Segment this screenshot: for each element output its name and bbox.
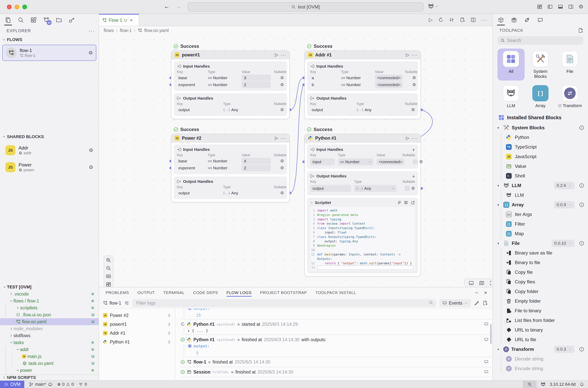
npm-scripts-header[interactable]: NPM SCRIPTS (0, 375, 99, 380)
tree-item-flows-flow-1[interactable]: flows / flow-1 (0, 297, 99, 304)
panel-tab-terminal[interactable]: TERMINAL (163, 288, 185, 298)
log-node-python-1[interactable]: Python #12 (99, 338, 175, 346)
explorer-more-icon[interactable]: ··· (89, 28, 95, 34)
node-addr-1[interactable]: JSAddr #1▷···Input HandlesKeyTypeValueNu… (304, 50, 421, 119)
search-activity-icon[interactable] (16, 15, 26, 25)
tree-item-power[interactable]: power (0, 367, 99, 374)
ports-item[interactable]: 0 (78, 382, 87, 387)
block-item-list-files-from-folder[interactable]: List files from folder (493, 315, 588, 325)
log-level-icon[interactable] (124, 301, 129, 306)
layout-customize-icon[interactable] (537, 4, 542, 9)
key-cell[interactable]: output (310, 185, 351, 192)
info-icon[interactable] (579, 202, 584, 207)
mascot-icon[interactable] (428, 3, 434, 10)
breadcrumb-flow-1[interactable]: flow-1 (120, 28, 132, 33)
block-item-map[interactable]: [ ]Map (493, 229, 588, 239)
flow-item-gear-icon[interactable]: ⚙ (88, 50, 93, 56)
node-more-icon[interactable]: ··· (281, 135, 286, 141)
forward-button[interactable]: → (176, 3, 181, 10)
export-logs-icon[interactable] (482, 300, 488, 306)
log-node-power-1[interactable]: JSpower#12 (99, 320, 175, 329)
comment-icon[interactable] (484, 360, 489, 364)
block-item-url-to-file[interactable]: URL to file (493, 335, 588, 344)
input-row-base[interactable]: base123Number3⚙ (177, 74, 284, 81)
toggle-panel-icon[interactable] (468, 280, 474, 286)
input-row-exponent[interactable]: exponent123Number2⚙ (177, 81, 284, 88)
log-event-python-1[interactable]: Python #1+python#1»finished at2025/6/3 1… (180, 336, 492, 343)
log-flow-selector[interactable]: flow-1 (103, 301, 121, 306)
minimize-window-button[interactable] (15, 5, 19, 9)
output-row-output[interactable]: output{..}Any⚙ (177, 106, 284, 113)
node-header[interactable]: JSAddr #1▷··· (305, 51, 420, 59)
clear-logs-icon[interactable] (474, 300, 479, 306)
block-item-shell[interactable]: >_Shell (493, 171, 588, 181)
export-flow-icon[interactable] (460, 17, 465, 23)
gear-icon[interactable]: ⚙ (280, 191, 284, 195)
folder-activity-icon[interactable] (54, 15, 64, 25)
panel-tab-toolpack-install[interactable]: TOOLPACK INSTALL (315, 288, 356, 298)
tab-close-icon[interactable]: × (130, 18, 133, 23)
type-cell[interactable]: 123Number (338, 158, 373, 165)
shared-block-gear-icon[interactable]: ⚙ (89, 147, 93, 153)
gear-icon[interactable]: ⚙ (411, 186, 415, 191)
settings-gear-icon[interactable]: ⚙ (579, 3, 583, 10)
node-run-icon[interactable]: ▷ (406, 136, 409, 141)
shared-block-gear-icon[interactable]: ⚙ (89, 164, 93, 170)
compare-runs-icon[interactable] (449, 17, 454, 23)
tree-item-addr[interactable]: addr (0, 346, 99, 353)
auto-layout-icon[interactable] (106, 282, 111, 287)
block-item-encode-string[interactable]: Encode string (493, 364, 588, 372)
zoom-in-icon[interactable] (106, 257, 111, 263)
command-center-search[interactable]: test [OVM] (188, 2, 423, 12)
block-item-binary-save-as-file[interactable]: Binary save as file (493, 248, 588, 258)
key-cell[interactable]: input (310, 158, 335, 165)
tree-item-.flow.ui.oo.json[interactable]: .flow.ui.oo.jsonU (0, 311, 99, 318)
panel-expand-icon[interactable] (474, 290, 479, 296)
block-item-copy-file[interactable]: Copy file (493, 267, 588, 277)
toolpack-card-system-blocks[interactable]: System Blocks (527, 48, 554, 80)
nullable-checkbox[interactable] (405, 186, 410, 191)
explorer-activity-icon[interactable] (3, 15, 13, 25)
node-power-2[interactable]: JSPower #2▷···Input HandlesKeyTypeValueN… (171, 134, 290, 202)
group-file[interactable]: ▾File0.0.10 (493, 239, 588, 248)
notifications-bell-icon[interactable] (580, 382, 584, 387)
zoom-out-icon[interactable] (106, 266, 111, 271)
block-item-decode-string[interactable]: Decode string (493, 354, 588, 364)
info-icon[interactable] (579, 241, 584, 246)
toolpack-card-llm[interactable]: LLM (497, 83, 525, 110)
more-actions-icon[interactable]: ··· (481, 17, 487, 23)
scriptlet-code[interactable]: 1import math2#region generated meta3impo… (310, 207, 415, 271)
panel-left-icon[interactable] (547, 4, 553, 9)
breadcrumb-flows[interactable]: flows (104, 28, 114, 33)
group-array[interactable]: ▾[ ]Array0.0.9 (493, 200, 588, 210)
fullscreen-icon[interactable] (489, 280, 492, 286)
input-row-input[interactable]: input123Number<connected>⚙ (310, 158, 415, 166)
block-item-javascript[interactable]: JSJavaScript (493, 152, 588, 161)
panel-tab-flow-logs[interactable]: FLOW LOGS (227, 288, 252, 298)
panel-tab-code-deps[interactable]: CODE DEPS (193, 288, 218, 298)
block-item-empty-folder[interactable]: Empty folder (493, 296, 588, 306)
tree-item-tasks[interactable]: tasks (0, 339, 99, 346)
output-row-output[interactable]: output{..}Any⚙ (177, 190, 284, 196)
input-row-exponent[interactable]: exponent123Number2⚙ (177, 165, 284, 171)
block-item-python[interactable]: Python (493, 133, 588, 142)
log-event-session[interactable]: Sessionfc597a9c»finished at2025/6/3 14:1… (180, 369, 492, 375)
group-system-blocks[interactable]: ▾System Blocks (493, 123, 588, 133)
minimap-icon[interactable] (479, 280, 484, 286)
comment-icon[interactable] (484, 322, 489, 326)
tree-item-test-ovm-[interactable]: TEST [OVM] (0, 284, 99, 291)
block-item-url-to-binary[interactable]: URL to binary (493, 325, 588, 335)
version-select[interactable]: 0.0.10 (552, 240, 575, 247)
output-row-output[interactable]: output{..}Any⚙ (310, 184, 415, 193)
output-row-output[interactable]: output{..}Any⚙ (310, 106, 415, 113)
panel-close-icon[interactable]: × (484, 290, 487, 296)
flow-list-item[interactable]: flow-1 flow-1 ⚙ (2, 45, 96, 61)
info-icon[interactable] (579, 347, 584, 352)
run-flow-icon[interactable]: ▷ (429, 17, 433, 23)
value-cell[interactable]: 2 (242, 81, 271, 88)
tree-item-scriptlets[interactable]: scriptlets (0, 304, 99, 311)
shared-block-item[interactable]: JSAddraddr⚙ (2, 143, 96, 158)
group-transform[interactable]: ▾Transform0.0.3 (493, 344, 588, 354)
node-more-icon[interactable]: ··· (412, 52, 417, 58)
breadcrumb-file[interactable]: flow.oo.yaml (144, 28, 169, 33)
